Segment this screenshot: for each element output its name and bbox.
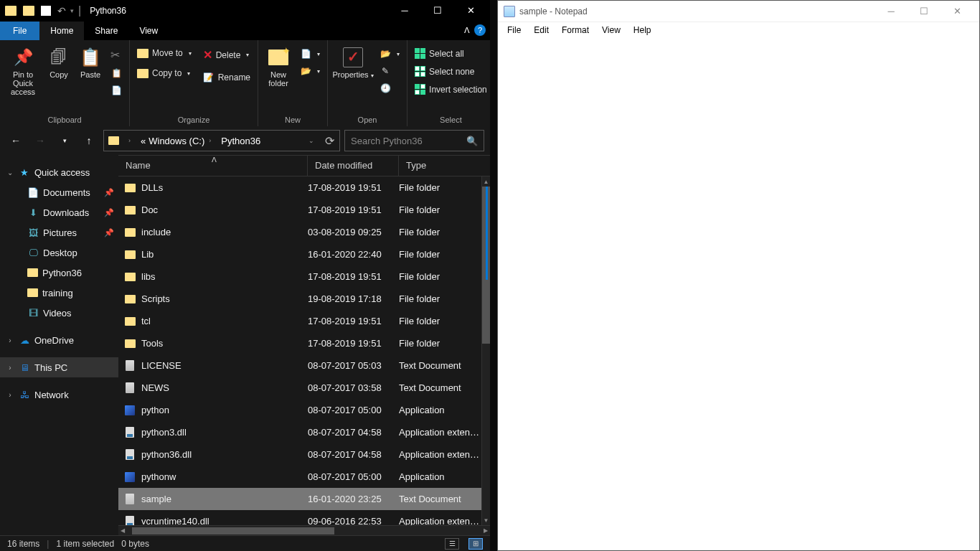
- notepad-title-bar[interactable]: sample - Notepad ─ ☐ ✕: [498, 1, 979, 22]
- pin-to-quick-access-button[interactable]: 📌 Pin to Quick access: [4, 43, 42, 96]
- up-button[interactable]: ↑: [79, 131, 99, 151]
- tab-file[interactable]: File: [0, 22, 39, 40]
- forward-button[interactable]: →: [30, 131, 50, 151]
- address-row: ← → ▾ ↑ › « Windows (C:)› Python36 ⌄ ⟳ S…: [0, 126, 490, 155]
- invert-selection-button[interactable]: Invert selection: [412, 82, 490, 97]
- sidebar-item[interactable]: 📄Documents📌: [0, 182, 118, 202]
- column-date[interactable]: Date modified: [308, 156, 399, 176]
- details-view-button[interactable]: ☰: [445, 538, 459, 550]
- network-item[interactable]: ›🖧Network: [0, 385, 118, 405]
- file-row[interactable]: python 08-07-2017 05:00 Application: [118, 399, 490, 421]
- easy-access-button[interactable]: 📂▾: [297, 63, 323, 79]
- column-type[interactable]: Type: [399, 156, 490, 176]
- collapse-ribbon-icon[interactable]: ᐱ: [464, 26, 470, 35]
- cut-button[interactable]: ✂: [108, 46, 125, 64]
- file-row[interactable]: sample 16-01-2020 23:25 Text Document: [118, 488, 490, 510]
- tab-share[interactable]: Share: [84, 22, 128, 40]
- this-pc-item[interactable]: ›🖥This PC: [0, 357, 118, 377]
- rename-button[interactable]: 📝Rename: [200, 70, 253, 85]
- maximize-button[interactable]: ☐: [421, 0, 454, 22]
- file-row[interactable]: pythonw 08-07-2017 05:00 Application: [118, 466, 490, 488]
- sidebar-item[interactable]: Python36: [0, 263, 118, 283]
- close-button[interactable]: ✕: [454, 0, 487, 22]
- delete-button[interactable]: ✕Delete▾: [200, 46, 253, 64]
- file-row[interactable]: include 03-08-2019 09:25 File folder: [118, 221, 490, 243]
- selection-size: 0 bytes: [121, 539, 149, 549]
- folder-icon: [5, 6, 17, 16]
- open-button[interactable]: 📂▾: [377, 46, 402, 62]
- group-label: Select: [412, 116, 490, 126]
- title-bar[interactable]: ↶ ▾ | Python36 ─ ☐ ✕: [0, 0, 490, 22]
- file-row[interactable]: Tools 17-08-2019 19:51 File folder: [118, 332, 490, 354]
- copy-to-button[interactable]: Copy to▾: [134, 66, 194, 80]
- menu-edit[interactable]: Edit: [529, 24, 554, 37]
- column-headers[interactable]: Name ᐱ Date modified Type: [118, 155, 490, 176]
- file-row[interactable]: python36.dll 08-07-2017 04:58 Applicatio…: [118, 443, 490, 466]
- properties-button[interactable]: Properties ▾: [332, 43, 374, 79]
- tab-view[interactable]: View: [128, 22, 169, 40]
- select-none-button[interactable]: Select none: [412, 64, 490, 79]
- move-to-button[interactable]: Move to▾: [134, 46, 194, 60]
- minimize-button[interactable]: ─: [388, 0, 421, 22]
- folder-icon: [124, 293, 136, 305]
- back-button[interactable]: ←: [6, 131, 26, 151]
- window-focus-accent: [486, 187, 488, 280]
- folder-icon: [124, 271, 136, 283]
- notepad-text-area[interactable]: [498, 38, 979, 550]
- menu-file[interactable]: File: [502, 24, 526, 37]
- navigation-pane[interactable]: ⌄★Quick access 📄Documents📌⬇Downloads📌🖼Pi…: [0, 155, 118, 535]
- qat-dropdown-icon[interactable]: ▾: [70, 7, 74, 14]
- address-bar[interactable]: › « Windows (C:)› Python36 ⌄ ⟳: [103, 130, 340, 151]
- selection-count: 1 item selected: [56, 539, 114, 549]
- file-row[interactable]: Scripts 19-08-2019 17:18 File folder: [118, 288, 490, 310]
- history-button[interactable]: 🕘: [377, 80, 402, 96]
- file-row[interactable]: python3.dll 08-07-2017 04:58 Application…: [118, 421, 490, 443]
- group-label: Organize: [134, 116, 253, 126]
- paste-button[interactable]: 📋 Paste: [76, 43, 105, 79]
- edit-button[interactable]: ✎: [377, 63, 402, 79]
- dll-icon: [124, 449, 136, 461]
- menu-format[interactable]: Format: [557, 24, 594, 37]
- file-row[interactable]: Lib 16-01-2020 22:40 File folder: [118, 243, 490, 265]
- sidebar-item[interactable]: ⬇Downloads📌: [0, 202, 118, 222]
- large-icons-view-button[interactable]: ⊞: [468, 538, 483, 550]
- new-item-button[interactable]: 📄▾: [297, 46, 323, 62]
- undo-icon[interactable]: ↶: [57, 5, 66, 17]
- notepad-title: sample - Notepad: [519, 6, 588, 17]
- folder-icon: [23, 6, 34, 16]
- file-row[interactable]: LICENSE 08-07-2017 05:03 Text Document: [118, 354, 490, 377]
- paste-shortcut-button[interactable]: 📄: [108, 83, 125, 98]
- copy-path-button[interactable]: 📋: [108, 65, 125, 81]
- group-label: New: [263, 116, 323, 126]
- recent-locations-button[interactable]: ▾: [55, 131, 75, 151]
- onedrive-item[interactable]: ›☁OneDrive: [0, 330, 118, 350]
- menu-help[interactable]: Help: [628, 24, 656, 37]
- sidebar-item[interactable]: 🖼Pictures📌: [0, 222, 118, 242]
- quick-access-item[interactable]: ⌄★Quick access: [0, 162, 118, 182]
- select-all-button[interactable]: Select all: [412, 46, 490, 61]
- file-row[interactable]: Doc 17-08-2019 19:51 File folder: [118, 199, 490, 221]
- maximize-button[interactable]: ☐: [908, 1, 941, 22]
- file-row[interactable]: libs 17-08-2019 19:51 File folder: [118, 265, 490, 288]
- notepad-icon: [504, 6, 515, 17]
- horizontal-scrollbar[interactable]: ◀▶: [118, 525, 490, 535]
- app-icon: [124, 405, 136, 416]
- file-row[interactable]: vcruntime140.dll 09-06-2016 22:53 Applic…: [118, 510, 490, 525]
- divider: |: [78, 4, 81, 17]
- search-input[interactable]: Search Python36 🔍: [344, 130, 484, 151]
- sidebar-item[interactable]: 🖵Desktop: [0, 242, 118, 263]
- menu-view[interactable]: View: [597, 24, 626, 37]
- sidebar-item[interactable]: training: [0, 283, 118, 303]
- new-folder-button[interactable]: New folder: [263, 43, 294, 88]
- tab-home[interactable]: Home: [39, 22, 84, 40]
- item-count: 16 items: [7, 539, 39, 549]
- file-row[interactable]: tcl 17-08-2019 19:51 File folder: [118, 310, 490, 332]
- help-icon[interactable]: ?: [474, 24, 486, 36]
- file-row[interactable]: NEWS 08-07-2017 03:58 Text Document: [118, 377, 490, 399]
- close-button[interactable]: ✕: [941, 1, 974, 22]
- sidebar-item[interactable]: 🎞Videos: [0, 303, 118, 323]
- refresh-button[interactable]: ⟳: [319, 134, 339, 148]
- file-row[interactable]: DLLs 17-08-2019 19:51 File folder: [118, 176, 490, 199]
- minimize-button[interactable]: ─: [875, 1, 908, 22]
- copy-button[interactable]: 🗐 Copy: [44, 43, 73, 79]
